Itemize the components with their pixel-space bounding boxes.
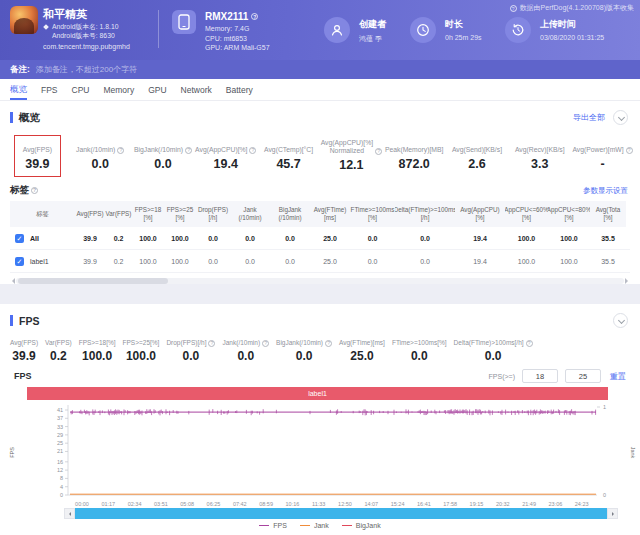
info-icon[interactable]: ? — [626, 147, 633, 154]
table-cell: 100.0 — [164, 258, 196, 265]
highlight-box — [14, 135, 61, 177]
tab-概览[interactable]: 概览 — [10, 79, 27, 100]
fps-chart[interactable]: 048121621252933374110FPSJank00:0001:1702… — [0, 400, 640, 507]
info-icon[interactable]: ? — [262, 340, 269, 347]
column-header: Avg(FTime) [ms] — [310, 201, 350, 227]
stat-delta-ftime-100ms-h-: Delta(FTime)>100ms[/h]?0.0 — [452, 334, 535, 363]
svg-text:07:42: 07:42 — [233, 501, 247, 507]
column-header: Avg(FPS) — [75, 201, 105, 227]
app-version-code: Android版本号: 8630 — [52, 31, 115, 41]
tab-Memory[interactable]: Memory — [103, 79, 134, 100]
legend-dash — [300, 525, 310, 526]
duration-group: 时长 0h 25m 29s — [410, 17, 482, 43]
stat-avg-fps-: Avg(FPS)39.9 — [6, 139, 69, 172]
table-row: ✓label139.90.2100.0100.00.00.00.025.00.0… — [10, 250, 630, 273]
collapse-button[interactable] — [613, 110, 628, 125]
scroll-right-icon[interactable] — [625, 278, 631, 284]
stat-drop-fps-h-: Drop(FPS)[/h]?0.0 — [164, 334, 217, 363]
svg-text:8: 8 — [60, 475, 63, 481]
legend-item-bigjank[interactable]: BigJank — [342, 522, 381, 529]
svg-text:10:16: 10:16 — [286, 501, 300, 507]
stat-jank-10min-: Jank(/10min)?0.0 — [69, 139, 132, 172]
table-cell: 0.0 — [350, 258, 395, 265]
checkbox[interactable]: ✓ — [15, 234, 24, 243]
svg-text:29: 29 — [57, 432, 63, 438]
device-gpu: GPU: ARM Mali-G57 — [205, 44, 270, 51]
table-cell: 19.4 — [455, 235, 505, 242]
column-header: FTime>=100ms [%] — [350, 201, 395, 227]
export-all-link[interactable]: 导出全部 — [573, 112, 605, 123]
fps-title: FPS — [19, 315, 39, 327]
table-cell: 35.5 — [590, 235, 626, 242]
table-cell: 0.0 — [395, 235, 455, 242]
svg-text:23:06: 23:06 — [549, 501, 563, 507]
tab-Battery[interactable]: Battery — [226, 79, 253, 100]
note-bar[interactable]: 备注: 添加备注，不超过200个字符 — [0, 60, 640, 79]
fps-threshold-low-input[interactable]: 18 — [522, 369, 558, 383]
hscroll-thumb[interactable] — [18, 278, 168, 284]
tab-GPU[interactable]: GPU — [148, 79, 166, 100]
table-cell: 100.0 — [132, 258, 164, 265]
table-cell: 0.0 — [230, 235, 270, 242]
info-icon[interactable]: ? — [526, 340, 533, 347]
collapse-button[interactable] — [613, 313, 628, 328]
table-cell: 19.4 — [455, 258, 505, 265]
info-icon[interactable]: ? — [249, 147, 256, 154]
table-cell: 25.0 — [310, 258, 350, 265]
info-icon[interactable]: ? — [31, 187, 38, 194]
svg-text:15:24: 15:24 — [391, 501, 405, 507]
label1-band[interactable]: label1 — [27, 387, 608, 400]
checkbox[interactable]: ✓ — [15, 257, 24, 266]
column-header: AppCPU<=80% [%] — [548, 201, 590, 227]
column-header: BigJank (/10min) — [270, 201, 310, 227]
android-icon — [43, 24, 49, 30]
svg-text:25: 25 — [57, 440, 63, 446]
table-cell: 0.2 — [105, 235, 132, 242]
table-cell: 100.0 — [548, 258, 590, 265]
tab-bar: 概览FPSCPUMemoryGPUNetworkBattery — [0, 79, 640, 101]
tags-table-body: ✓All39.90.2100.0100.00.00.00.025.00.00.0… — [10, 227, 630, 273]
reset-button[interactable]: 重置 — [610, 371, 626, 382]
column-header: Avg(AppCPU) [%] — [455, 201, 505, 227]
info-icon[interactable]: ? — [375, 148, 382, 155]
tags-table: 标签Avg(FPS)Var(FPS)FPS>=18 [%]FPS>=25 [%]… — [10, 201, 630, 273]
scroll-right-button[interactable] — [607, 508, 618, 519]
header-divider — [158, 10, 159, 48]
scroll-left-button[interactable] — [64, 508, 75, 519]
column-header: Delta(FTime)>=100ms [/h] — [395, 201, 455, 227]
legend-item-jank[interactable]: Jank — [300, 522, 329, 529]
table-hscrollbar[interactable] — [16, 278, 624, 284]
fps-chart-label: FPS — [14, 371, 32, 381]
stat-bigjank-10min-: BigJank(/10min)?0.0 — [274, 334, 334, 363]
tags-table-header: 标签Avg(FPS)Var(FPS)FPS>=18 [%]FPS>=25 [%]… — [10, 201, 630, 227]
info-icon[interactable]: ? — [325, 340, 332, 347]
table-cell: 100.0 — [132, 235, 164, 242]
table-cell: 0.0 — [270, 235, 310, 242]
chart-hscrollbar[interactable] — [64, 508, 618, 519]
svg-text:41: 41 — [57, 407, 63, 413]
svg-text:FPS: FPS — [9, 447, 15, 458]
duration-label: 时长 — [445, 18, 482, 31]
chart-scroll-thumb[interactable] — [75, 508, 607, 519]
info-icon[interactable]: ? — [185, 147, 192, 154]
svg-text:0: 0 — [60, 492, 63, 498]
tab-FPS[interactable]: FPS — [41, 79, 58, 100]
table-cell: 0.0 — [196, 235, 230, 242]
overview-card: 概览FPSCPUMemoryGPUNetworkBattery 概览 导出全部 … — [0, 79, 640, 284]
info-icon[interactable]: ? — [208, 340, 215, 347]
upload-label: 上传时间 — [540, 18, 604, 31]
info-icon[interactable]: ? — [117, 147, 124, 154]
info-icon[interactable]: ? — [251, 13, 258, 20]
stat-fps-18-: FPS>=18[%]100.0 — [77, 334, 118, 363]
table-cell: 0.0 — [196, 258, 230, 265]
column-header: FPS>=18 [%] — [132, 201, 164, 227]
column-header: Var(FPS) — [105, 201, 132, 227]
tab-CPU[interactable]: CPU — [72, 79, 90, 100]
fps-threshold-high-input[interactable]: 25 — [565, 369, 601, 383]
section-bar — [10, 112, 13, 123]
device-memory: Memory: 7.4G — [205, 25, 249, 32]
legend-item-fps[interactable]: FPS — [259, 522, 287, 529]
param-display-settings-link[interactable]: 参数显示设置 — [583, 186, 628, 196]
scroll-left-icon[interactable] — [9, 278, 15, 284]
tab-Network[interactable]: Network — [181, 79, 212, 100]
